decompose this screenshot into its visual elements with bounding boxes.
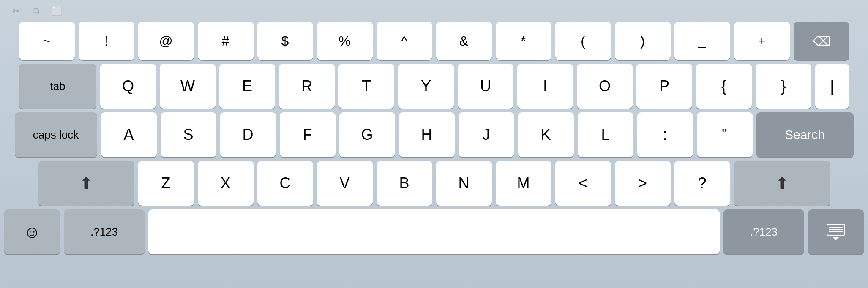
key-rparen[interactable]: ) xyxy=(615,22,671,60)
key-pipe[interactable]: | xyxy=(815,64,849,109)
paste-icon[interactable]: ⬜ xyxy=(49,3,64,19)
backspace-key[interactable]: ⌫ xyxy=(794,22,849,60)
key-n[interactable]: N xyxy=(436,161,492,206)
dismiss-keyboard-key[interactable] xyxy=(808,209,864,254)
key-at[interactable]: @ xyxy=(138,22,194,60)
shift-left-key[interactable]: ⬆ xyxy=(38,161,134,206)
key-o[interactable]: O xyxy=(577,64,633,109)
key-p[interactable]: P xyxy=(636,64,692,109)
key-dollar[interactable]: $ xyxy=(257,22,313,60)
key-asterisk[interactable]: * xyxy=(496,22,551,60)
key-plus[interactable]: + xyxy=(734,22,790,60)
key-percent[interactable]: % xyxy=(317,22,373,60)
key-g[interactable]: G xyxy=(339,112,395,157)
tab-key[interactable]: tab xyxy=(19,64,96,109)
dismiss-keyboard-icon xyxy=(827,224,845,240)
key-v[interactable]: V xyxy=(317,161,373,206)
key-lparen[interactable]: ( xyxy=(555,22,611,60)
keyboard: ~ ! @ # $ % ^ & * ( ) _ + ⌫ tab Q W E R … xyxy=(4,22,864,254)
bottom-row: ☺ .?123 .?123 xyxy=(4,209,864,254)
key-i[interactable]: I xyxy=(517,64,573,109)
symbols-row: ~ ! @ # $ % ^ & * ( ) _ + ⌫ xyxy=(4,22,864,60)
key-k[interactable]: K xyxy=(518,112,574,157)
zxcv-row: ⬆ Z X C V B N M < > ? ⬆ xyxy=(4,161,864,206)
key-d[interactable]: D xyxy=(220,112,276,157)
key-s[interactable]: S xyxy=(161,112,216,157)
key-caret[interactable]: ^ xyxy=(377,22,432,60)
key-rbrace[interactable]: } xyxy=(756,64,811,109)
key-f[interactable]: F xyxy=(280,112,336,157)
key-j[interactable]: J xyxy=(459,112,514,157)
key-gt[interactable]: > xyxy=(615,161,671,206)
key-r[interactable]: R xyxy=(279,64,335,109)
key-h[interactable]: H xyxy=(399,112,455,157)
key-z[interactable]: Z xyxy=(138,161,194,206)
key-quote[interactable]: " xyxy=(697,112,753,157)
qwerty-row: tab Q W E R T Y U I O P { } | xyxy=(4,64,864,109)
key-c[interactable]: C xyxy=(257,161,313,206)
key-u[interactable]: U xyxy=(458,64,513,109)
key-hash[interactable]: # xyxy=(198,22,254,60)
shift-right-icon: ⬆ xyxy=(775,174,789,193)
key-exclaim[interactable]: ! xyxy=(79,22,134,60)
key-ampersand[interactable]: & xyxy=(436,22,492,60)
key-a[interactable]: A xyxy=(101,112,157,157)
asdf-row: caps lock A S D F G H J K L : " Search xyxy=(4,112,864,157)
key-question[interactable]: ? xyxy=(674,161,730,206)
key-tilde[interactable]: ~ xyxy=(19,22,75,60)
key-lt[interactable]: < xyxy=(555,161,611,206)
key-l[interactable]: L xyxy=(578,112,633,157)
num-key-right[interactable]: .?123 xyxy=(723,209,804,254)
key-m[interactable]: M xyxy=(496,161,551,206)
shift-left-icon: ⬆ xyxy=(79,174,93,193)
key-colon[interactable]: : xyxy=(637,112,693,157)
key-underscore[interactable]: _ xyxy=(674,22,730,60)
cut-icon[interactable]: ✂ xyxy=(8,3,24,19)
toolbar: ✂ ⧉ ⬜ xyxy=(4,3,864,22)
copy-icon[interactable]: ⧉ xyxy=(29,3,44,19)
key-t[interactable]: T xyxy=(338,64,394,109)
key-y[interactable]: Y xyxy=(398,64,454,109)
emoji-key[interactable]: ☺ xyxy=(4,209,60,254)
key-e[interactable]: E xyxy=(219,64,275,109)
caps-lock-key[interactable]: caps lock xyxy=(15,112,97,157)
search-key[interactable]: Search xyxy=(756,112,854,157)
key-b[interactable]: B xyxy=(377,161,432,206)
space-key[interactable] xyxy=(148,209,720,254)
shift-right-key[interactable]: ⬆ xyxy=(734,161,830,206)
num-key-left[interactable]: .?123 xyxy=(64,209,145,254)
key-lbrace[interactable]: { xyxy=(696,64,752,109)
key-x[interactable]: X xyxy=(198,161,254,206)
key-w[interactable]: W xyxy=(160,64,216,109)
key-q[interactable]: Q xyxy=(100,64,156,109)
